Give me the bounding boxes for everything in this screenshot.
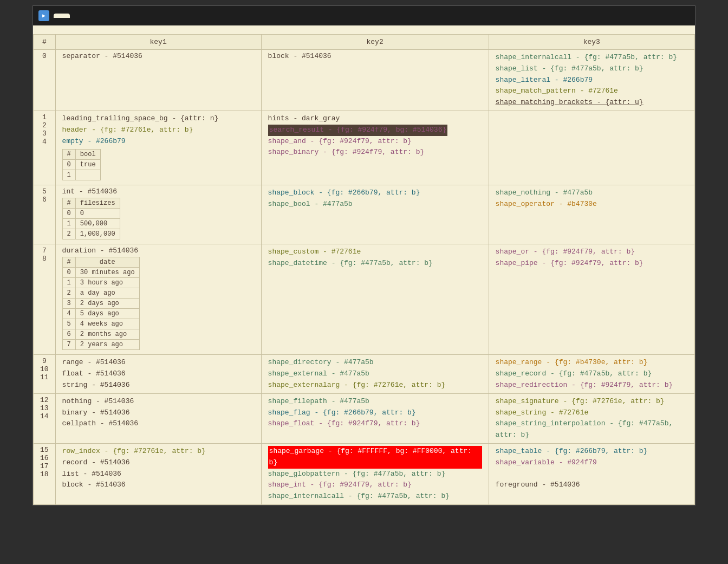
inner-row-val: 2 months ago [75, 329, 139, 340]
inner-table: #bool0true1 [62, 149, 101, 180]
inner-col-val: date [75, 257, 139, 268]
cell-key1-lines: leading_trailing_space_bg - {attr: n}hea… [62, 113, 255, 147]
inner-row-num: 6 [62, 329, 75, 340]
cell-key2: block - #514036 [261, 50, 489, 111]
cell-key2: shape_garbage - {fg: #FFFFFF, bg: #FF000… [261, 443, 489, 504]
main-window: ▶ # key1 key2 key3 0 [32, 5, 696, 505]
inner-table-row: 54 weeks ago [62, 319, 139, 329]
cell-key1: int - #514036#filesizes001500,00021,000,… [55, 185, 261, 244]
cell-key1: duration - #514036#date030 minutes ago13… [55, 244, 261, 355]
cell-key1: row_index - {fg: #72761e, attr: b} recor… [55, 443, 261, 504]
dropdown-button[interactable] [87, 11, 96, 20]
cell-key3: shape_table - {fg: #266b79, attr: b} sha… [489, 443, 694, 504]
col-header-num: # [34, 35, 56, 50]
table-row: 1234 leading_trailing_space_bg - {attr: … [34, 111, 695, 185]
inner-row-num: 0 [62, 160, 75, 170]
cell-key1: leading_trailing_space_bg - {attr: n}hea… [55, 111, 261, 185]
content-area: # key1 key2 key3 0 separator - #514036 b… [33, 25, 695, 505]
new-tab-button[interactable] [74, 11, 83, 20]
inner-col-num: # [62, 257, 75, 268]
row-num: 15161718 [34, 443, 56, 504]
close-window-button[interactable] [681, 11, 690, 20]
row-num: 56 [34, 185, 56, 244]
cell-key2: shape_filepath - #477a5b shape_flag - {f… [261, 393, 489, 443]
cell-key3: shape_internalcall - {fg: #477a5b, attr:… [489, 50, 694, 111]
inner-row-val: 2 years ago [75, 340, 139, 350]
inner-table-row: 00 [62, 209, 120, 219]
cell-key2: hints - dark_graysearch_result - {fg: #9… [261, 111, 489, 185]
inner-table-row: 62 months ago [62, 329, 139, 340]
inner-row-num: 2 [62, 229, 75, 239]
inner-row-val: 0 [75, 209, 120, 219]
inner-row-num: 1 [62, 219, 75, 229]
col-header-key2: key2 [261, 35, 489, 50]
inner-table-row: 1500,000 [62, 219, 120, 229]
inner-row-val: 500,000 [75, 219, 120, 229]
table-row: 78 duration - #514036#date030 minutes ag… [34, 244, 695, 355]
inner-table: #date030 minutes ago13 hours ago2a day a… [62, 257, 140, 350]
inner-row-num: 1 [62, 170, 75, 180]
cell-key2: shape_block - {fg: #266b79, attr: b} sha… [261, 185, 489, 244]
inner-col-val: filesizes [75, 198, 120, 209]
minimize-button[interactable] [651, 11, 659, 20]
inner-table-row: 32 days ago [62, 299, 139, 309]
cell-key1: separator - #514036 [55, 50, 261, 111]
inner-row-val: 4 weeks ago [75, 319, 139, 329]
window-controls [651, 11, 690, 20]
active-tab[interactable] [54, 14, 70, 18]
inner-row-val: 5 days ago [75, 309, 139, 319]
inner-row-val [75, 170, 100, 180]
main-table: # key1 key2 key3 0 separator - #514036 b… [33, 34, 695, 505]
inner-row-num: 0 [62, 268, 75, 278]
inner-table-row: 72 years ago [62, 340, 139, 350]
inner-row-val: 2 days ago [75, 299, 139, 309]
inner-row-num: 2 [62, 288, 75, 299]
table-row: 0 separator - #514036 block - #514036 sh… [34, 50, 695, 111]
inner-col-val: bool [75, 150, 100, 160]
theme-name-line [33, 25, 695, 34]
inner-row-num: 4 [62, 309, 75, 319]
cell-key2: shape_custom - #72761e shape_datetime - … [261, 244, 489, 355]
col-header-key3: key3 [489, 35, 694, 50]
cell-key3: shape_range - {fg: #b4730e, attr: b} sha… [489, 355, 694, 393]
table-row: 56 int - #514036#filesizes001500,00021,0… [34, 185, 695, 244]
inner-row-num: 1 [62, 278, 75, 288]
inner-row-val: true [75, 160, 100, 170]
table-row: 121314 nothing - #514036 binary - #51403… [34, 393, 695, 443]
inner-table-row: 2a day ago [62, 288, 139, 299]
inner-row-val: a day ago [75, 288, 139, 299]
row-num: 121314 [34, 393, 56, 443]
inner-col-num: # [62, 198, 75, 209]
inner-table-row: 21,000,000 [62, 229, 120, 239]
inner-row-num: 0 [62, 209, 75, 219]
titlebar: ▶ [33, 6, 695, 25]
inner-row-num: 3 [62, 299, 75, 309]
inner-table: #filesizes001500,00021,000,000 [62, 198, 120, 239]
inner-row-num: 7 [62, 340, 75, 350]
cell-key3: shape_nothing - #477a5b shape_operator -… [489, 185, 694, 244]
inner-table-row: 45 days ago [62, 309, 139, 319]
inner-row-val: 30 minutes ago [75, 268, 139, 278]
cell-key3 [489, 111, 694, 185]
cell-key2: shape_directory - #477a5b shape_external… [261, 355, 489, 393]
inner-table-row: 1 [62, 170, 100, 180]
inner-table-row: 030 minutes ago [62, 268, 139, 278]
cell-key3: shape_or - {fg: #924f79, attr: b} shape_… [489, 244, 694, 355]
inner-row-num: 5 [62, 319, 75, 329]
cell-key1: range - #514036 float - #514036 string -… [55, 355, 261, 393]
inner-col-num: # [62, 150, 75, 160]
app-icon: ▶ [38, 10, 49, 21]
restore-button[interactable] [666, 11, 674, 20]
cell-key3: shape_signature - {fg: #72761e, attr: b}… [489, 393, 694, 443]
inner-row-val: 1,000,000 [75, 229, 120, 239]
inner-row-val: 3 hours ago [75, 278, 139, 288]
inner-table-row: 0true [62, 160, 100, 170]
table-row: 91011 range - #514036 float - #514036 st… [34, 355, 695, 393]
row-num: 91011 [34, 355, 56, 393]
cell-key2-lines: hints - dark_graysearch_result - {fg: #9… [268, 113, 482, 158]
cell-key1: nothing - #514036 binary - #514036 cellp… [55, 393, 261, 443]
row-num: 1234 [34, 111, 56, 185]
table-row: 15161718 row_index - {fg: #72761e, attr:… [34, 443, 695, 504]
row-num: 0 [34, 50, 56, 111]
row-num: 78 [34, 244, 56, 355]
